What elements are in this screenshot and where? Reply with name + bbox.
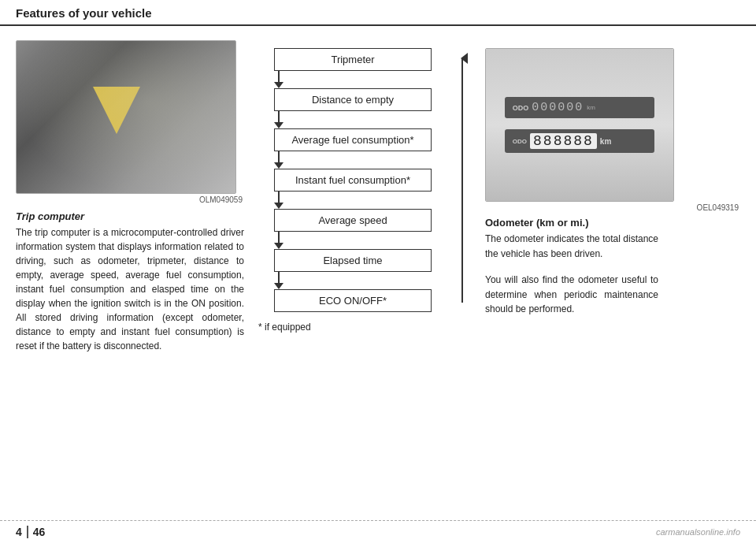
odo-top-label: ODO bbox=[513, 104, 529, 112]
flow-item-instant-fuel: Instant fuel consumption* bbox=[274, 169, 432, 192]
page-title: Features of your vehicle bbox=[16, 6, 152, 20]
flowchart-inner: Tripmeter Distance to empty Average fuel… bbox=[258, 48, 463, 312]
trip-computer-body: The trip computer is a microcomputer-con… bbox=[16, 225, 244, 353]
flow-arrow-2 bbox=[274, 111, 284, 128]
flowchart-return-arrowhead bbox=[461, 53, 468, 64]
odometer-bottom-display: ODO 888888 km bbox=[505, 129, 654, 153]
middle-column: Tripmeter Distance to empty Average fuel… bbox=[258, 40, 471, 353]
flow-arrow-1 bbox=[274, 71, 284, 88]
flow-item-avg-speed: Average speed bbox=[274, 209, 432, 232]
flow-item-distance-to-empty: Distance to empty bbox=[274, 88, 432, 111]
flow-arrow-4 bbox=[274, 192, 284, 209]
odo-top-numbers: 000000 bbox=[532, 101, 584, 114]
odometer-body-1: The odometer indicates the total distanc… bbox=[485, 232, 658, 261]
trip-computer-image bbox=[16, 40, 236, 194]
flow-item-avg-fuel: Average fuel consumption* bbox=[274, 128, 432, 151]
watermark-text: carmanualsonline.info bbox=[656, 527, 740, 537]
car-image-caption: OLM049059 bbox=[16, 195, 244, 204]
flow-item-tripmeter: Tripmeter bbox=[274, 48, 432, 71]
odo-bottom-label: ODO bbox=[513, 138, 527, 145]
flow-arrow-6 bbox=[274, 272, 284, 289]
main-content: OLM049059 Trip computer The trip compute… bbox=[0, 26, 756, 361]
odo-bottom-unit: km bbox=[600, 137, 611, 146]
odometer-image-caption: OEL049319 bbox=[485, 203, 740, 212]
flow-item-eco: ECO ON/OFF* bbox=[274, 289, 432, 312]
flowchart: Tripmeter Distance to empty Average fuel… bbox=[258, 48, 463, 312]
odometer-inner: ODO 000000 km ODO 888888 km bbox=[486, 49, 673, 201]
odo-bottom-numbers: 888888 bbox=[530, 133, 597, 149]
page-footer: 4 46 carmanualsonline.info bbox=[0, 520, 756, 543]
flow-arrow-5 bbox=[274, 232, 284, 249]
page-number-box: 4 46 bbox=[16, 526, 45, 538]
odometer-top-display: ODO 000000 km bbox=[505, 97, 654, 118]
flowchart-footnote: * if equipped bbox=[258, 322, 471, 333]
flow-arrow-3 bbox=[274, 151, 284, 169]
footer-right: carmanualsonline.info bbox=[656, 526, 740, 537]
left-column: OLM049059 Trip computer The trip compute… bbox=[16, 40, 244, 353]
page-header: Features of your vehicle bbox=[0, 0, 756, 26]
flowchart-return-line bbox=[461, 58, 463, 303]
page-number: 46 bbox=[33, 526, 46, 538]
odometer-body-2: You will also find the odometer useful t… bbox=[485, 273, 658, 317]
odometer-section-title: Odometer (km or mi.) bbox=[485, 217, 740, 229]
flow-item-elapsed-time: Elapsed time bbox=[274, 249, 432, 272]
right-column: ODO 000000 km ODO 888888 km OEL049319 Od… bbox=[485, 40, 740, 353]
trip-computer-title: Trip computer bbox=[16, 210, 244, 222]
odometer-image: ODO 000000 km ODO 888888 km bbox=[485, 48, 674, 202]
page-section: 4 bbox=[16, 526, 28, 538]
car-image-inner bbox=[17, 41, 235, 193]
odo-top-unit: km bbox=[587, 104, 595, 111]
footer-left: 4 46 bbox=[16, 526, 45, 538]
